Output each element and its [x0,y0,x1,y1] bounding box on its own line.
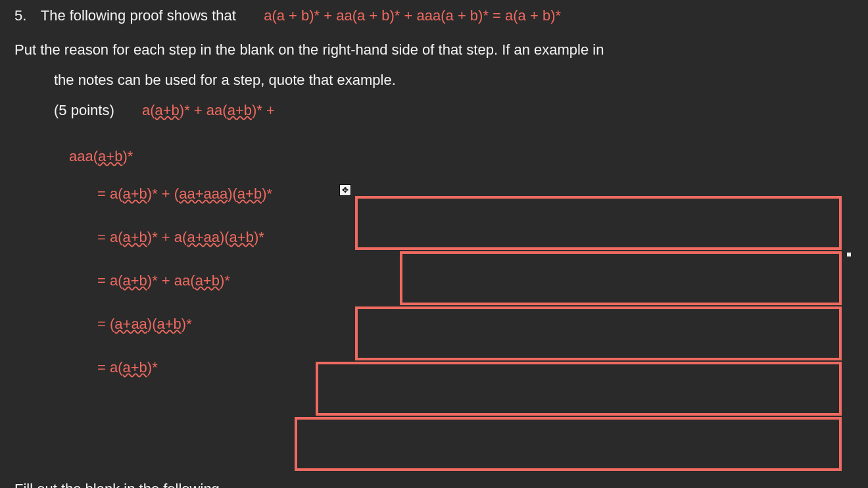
question-intro: The following proof shows that [41,7,236,24]
points-and-head: (5 points) a(a+b)* + aa(a+b)* + [14,91,855,121]
resize-handle[interactable] [847,253,851,256]
instructions-line1: Put the reason for each step in the blan… [14,39,855,61]
question-header: 5. The following proof shows that a(a + … [0,5,868,26]
head-expr-line1: a(a+b)* + aa(a+b)* + [142,102,275,118]
move-handle-icon[interactable]: ✥ [339,184,351,196]
head-expr-line2: aaa(a+b)* [0,121,868,167]
answer-box-2[interactable] [400,251,842,305]
question-page: 5. The following proof shows that a(a + … [0,0,868,488]
answer-box-5[interactable] [295,417,842,471]
question-equation: a(a + b)* + aa(a + b)* + aaa(a + b)* = a… [264,7,561,24]
answer-box-3[interactable] [355,306,842,360]
next-question-fragment: Fill out the blank in the following [14,479,220,488]
instructions-line2: the notes can be used for a step, quote … [14,61,855,91]
answer-box-4[interactable] [316,362,842,416]
question-number: 5. [14,5,37,26]
answer-box-1[interactable] [355,196,842,250]
points-label: (5 points) [54,102,114,118]
instructions-para: Put the reason for each step in the blan… [0,26,868,121]
